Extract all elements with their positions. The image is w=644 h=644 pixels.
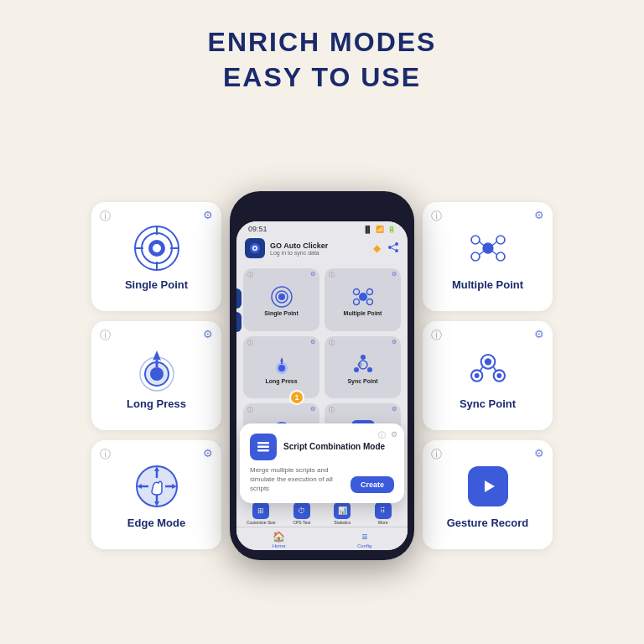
svg-rect-51 bbox=[257, 445, 269, 448]
info-icon: ⓘ bbox=[431, 209, 442, 224]
svg-point-65 bbox=[474, 373, 479, 378]
gear-icon: ⚙ bbox=[203, 209, 213, 221]
popup-description: Merge multiple scripts and simulate the … bbox=[250, 465, 351, 494]
signal-icon: ▐▌ bbox=[363, 226, 372, 233]
header: ENRICH MODES EASY TO USE bbox=[208, 0, 437, 107]
svg-point-3 bbox=[153, 244, 161, 252]
phone-sync-point-icon bbox=[351, 353, 375, 377]
pause-button[interactable]: ⏸ bbox=[236, 288, 242, 309]
phone-card-label: Multiple Point bbox=[344, 310, 382, 316]
card-edge-mode[interactable]: ⓘ ⚙ Edge Mode bbox=[91, 440, 221, 549]
svg-line-59 bbox=[492, 242, 496, 245]
info-icon: ⓘ bbox=[329, 339, 335, 347]
gear-icon: ⚙ bbox=[310, 339, 315, 345]
app-header: GO Auto Clicker Log in to sync data ◆ bbox=[236, 235, 408, 263]
svg-point-38 bbox=[278, 365, 285, 371]
sync-point-icon bbox=[463, 342, 513, 392]
svg-point-34 bbox=[366, 288, 372, 294]
phone-multiple-point-icon bbox=[351, 285, 375, 309]
phone-single-point-icon bbox=[270, 285, 293, 309]
phone-mockup: 09:51 ▐▌ 📶 🔋 bbox=[230, 191, 414, 560]
phone-long-press-icon bbox=[270, 353, 293, 377]
phone-card-label: Sync Point bbox=[347, 378, 377, 384]
app-title: GO Auto Clicker bbox=[270, 242, 328, 250]
svg-point-67 bbox=[496, 373, 501, 378]
svg-point-40 bbox=[359, 361, 367, 369]
gear-icon: ⚙ bbox=[534, 209, 544, 221]
multiple-point-icon bbox=[463, 223, 513, 273]
app-title-block: GO Auto Clicker Log in to sync data bbox=[270, 242, 328, 256]
svg-point-35 bbox=[366, 299, 372, 304]
menu-more[interactable]: ⠿ More bbox=[364, 502, 403, 525]
svg-line-28 bbox=[392, 248, 395, 250]
card-single-point[interactable]: ⓘ ⚙ Single Point bbox=[91, 202, 221, 311]
svg-line-58 bbox=[480, 242, 484, 245]
more-icon: ⠿ bbox=[375, 502, 392, 519]
svg-point-56 bbox=[496, 252, 505, 261]
svg-point-9 bbox=[150, 367, 164, 381]
card-long-press[interactable]: ⓘ ⚙ Long Press bbox=[91, 321, 221, 430]
card-gesture-record[interactable]: ⓘ ⚙ Gesture Record bbox=[423, 440, 553, 549]
info-icon: ⓘ bbox=[247, 339, 253, 347]
script-combination-popup[interactable]: ⓘ ⚙ Script Combination Mode Merge multip… bbox=[240, 423, 404, 504]
stats-icon: 📊 bbox=[334, 502, 351, 519]
svg-rect-52 bbox=[257, 449, 269, 452]
phone-card-sync-point[interactable]: ⓘ ⚙ Sync Point bbox=[325, 336, 401, 399]
battery-icon: 🔋 bbox=[387, 226, 396, 233]
svg-point-26 bbox=[395, 249, 398, 252]
gear-icon: ⚙ bbox=[392, 271, 397, 278]
wifi-icon: 📶 bbox=[376, 226, 384, 233]
right-cards: ⓘ ⚙ Multiple Point ⓘ ⚙ bbox=[423, 202, 553, 549]
edge-mode-label: Edge Mode bbox=[127, 517, 185, 529]
create-button[interactable]: Create bbox=[351, 476, 394, 493]
menu-statistics[interactable]: 📊 Statistics bbox=[323, 502, 362, 525]
phone-notch bbox=[293, 201, 351, 218]
single-point-label: Single Point bbox=[125, 278, 188, 291]
side-controls[interactable]: ⏸ ▼ bbox=[236, 288, 242, 332]
gear-icon: ⚙ bbox=[310, 406, 315, 413]
config-icon: ≡ bbox=[361, 531, 367, 543]
phone-card-long-press[interactable]: ⓘ ⚙ Long Press 1 bbox=[243, 336, 319, 399]
gear-icon: ⚙ bbox=[310, 271, 315, 278]
popup-gear-icon: ⚙ bbox=[391, 430, 397, 441]
menu-label: More bbox=[378, 520, 387, 525]
phone-body: 09:51 ▐▌ 📶 🔋 bbox=[230, 191, 414, 560]
svg-point-36 bbox=[353, 299, 359, 304]
nav-home[interactable]: 🏠 Home bbox=[273, 531, 286, 548]
card-sync-point[interactable]: ⓘ ⚙ Sync Point bbox=[423, 321, 553, 430]
svg-point-25 bbox=[388, 246, 392, 249]
svg-point-42 bbox=[367, 367, 372, 372]
info-icon: ⓘ bbox=[100, 447, 111, 462]
svg-point-43 bbox=[354, 367, 359, 372]
status-bar: 09:51 ▐▌ 📶 🔋 bbox=[236, 221, 408, 235]
home-label: Home bbox=[273, 543, 286, 548]
multiple-point-label: Multiple Point bbox=[452, 278, 523, 291]
down-button[interactable]: ▼ bbox=[236, 312, 242, 332]
popup-content: Script Combination Mode bbox=[283, 441, 394, 452]
svg-line-60 bbox=[492, 251, 496, 254]
edge-mode-icon bbox=[132, 461, 182, 512]
nav-config[interactable]: ≡ Config bbox=[357, 531, 371, 548]
phone-bottom-nav: 🏠 Home ≡ Config bbox=[236, 527, 408, 550]
phone-card-single-point[interactable]: ⓘ ⚙ Single Point bbox=[243, 268, 319, 331]
info-icon: ⓘ bbox=[100, 328, 111, 343]
gear-icon: ⚙ bbox=[534, 447, 544, 460]
long-press-icon bbox=[132, 342, 182, 392]
popup-icon bbox=[250, 434, 277, 460]
svg-line-61 bbox=[480, 251, 484, 254]
svg-point-63 bbox=[484, 358, 491, 365]
info-icon: ⓘ bbox=[247, 406, 253, 414]
gear-icon: ⚙ bbox=[534, 328, 544, 340]
card-multiple-point[interactable]: ⓘ ⚙ Multiple Point bbox=[423, 202, 553, 311]
phone-card-label: Long Press bbox=[265, 378, 297, 384]
svg-point-24 bbox=[395, 242, 398, 246]
menu-customize[interactable]: ⊞ Customize Size bbox=[242, 502, 281, 525]
popup-icons: ⓘ ⚙ bbox=[378, 430, 397, 441]
menu-cps-test[interactable]: ⏱ CPS Test bbox=[283, 502, 322, 525]
menu-label: Statistics bbox=[334, 520, 351, 525]
svg-point-57 bbox=[471, 252, 480, 261]
phone-card-label: Single Point bbox=[264, 310, 298, 316]
info-icon: ⓘ bbox=[100, 209, 111, 224]
phone-card-multiple-point[interactable]: ⓘ ⚙ Multiple Point bbox=[325, 268, 401, 331]
svg-point-23 bbox=[254, 247, 257, 250]
